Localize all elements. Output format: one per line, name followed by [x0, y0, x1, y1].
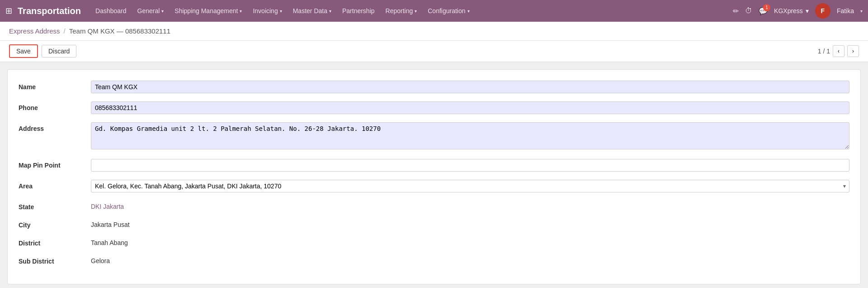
form-card: Name Phone Address Map Pin Point	[7, 69, 861, 284]
chevron-down-icon: ▾	[161, 9, 164, 14]
chevron-down-icon: ▾	[329, 9, 331, 14]
subdistrict-value: Gelora	[91, 255, 849, 264]
nav-partnership[interactable]: Partnership	[337, 0, 380, 22]
kgxpress-button[interactable]: KGXpress ▾	[774, 7, 809, 14]
nav-general[interactable]: General ▾	[132, 0, 170, 22]
navbar: ⊞ Transportation Dashboard General ▾ Shi…	[0, 0, 868, 22]
user-name[interactable]: Fatika	[837, 7, 854, 14]
phone-label: Phone	[19, 101, 91, 111]
city-row: City Jakarta Pusat	[19, 219, 849, 229]
map-pin-field-wrapper	[91, 159, 849, 172]
district-value-wrapper: Tanah Abang	[91, 237, 849, 246]
clock-icon[interactable]: ⏱	[745, 7, 752, 15]
area-field-wrapper: Kel. Gelora, Kec. Tanah Abang, Jakarta P…	[91, 180, 849, 192]
phone-field-wrapper	[91, 101, 849, 114]
discard-button[interactable]: Discard	[42, 45, 76, 58]
chevron-down-icon: ▾	[467, 9, 470, 14]
chat-icon[interactable]: 💬 1	[759, 7, 768, 15]
nav-dashboard[interactable]: Dashboard	[90, 0, 132, 22]
nav-menu: Dashboard General ▾ Shipping Management …	[90, 0, 733, 22]
phone-input[interactable]	[91, 101, 849, 114]
breadcrumb-parent[interactable]: Express Address	[9, 27, 60, 35]
nav-reporting[interactable]: Reporting ▾	[380, 0, 423, 22]
name-label: Name	[19, 81, 91, 91]
nav-master-data[interactable]: Master Data ▾	[288, 0, 337, 22]
breadcrumb-separator: /	[64, 27, 66, 35]
main-content: Name Phone Address Map Pin Point	[0, 62, 868, 288]
state-value-wrapper: DKI Jakarta	[91, 201, 849, 210]
prev-page-button[interactable]: ‹	[833, 45, 844, 57]
city-label: City	[19, 219, 91, 229]
breadcrumb-current: Team QM KGX — 085683302111	[69, 27, 170, 35]
district-value: Tanah Abang	[91, 237, 849, 246]
pagination-count: 1 / 1	[818, 48, 830, 55]
address-field-wrapper	[91, 122, 849, 151]
grid-icon[interactable]: ⊞	[5, 6, 12, 16]
area-select[interactable]: Kel. Gelora, Kec. Tanah Abang, Jakarta P…	[91, 180, 849, 192]
next-page-button[interactable]: ›	[847, 45, 859, 57]
city-value-wrapper: Jakarta Pusat	[91, 219, 849, 228]
state-row: State DKI Jakarta	[19, 201, 849, 211]
area-label: Area	[19, 180, 91, 190]
chevron-down-icon: ▾	[415, 9, 417, 14]
subdistrict-label: Sub District	[19, 255, 91, 265]
address-row: Address	[19, 122, 849, 151]
notification-badge: 1	[763, 4, 770, 11]
nav-shipping-management[interactable]: Shipping Management ▾	[169, 0, 247, 22]
app-title: Transportation	[18, 6, 81, 16]
edit-icon[interactable]: ✏	[733, 7, 739, 15]
address-input[interactable]	[91, 122, 849, 149]
map-pin-label: Map Pin Point	[19, 159, 91, 169]
map-pin-row: Map Pin Point	[19, 159, 849, 172]
breadcrumb: Express Address / Team QM KGX — 08568330…	[0, 22, 868, 41]
subdistrict-row: Sub District Gelora	[19, 255, 849, 265]
area-select-wrapper: Kel. Gelora, Kec. Tanah Abang, Jakarta P…	[91, 180, 849, 192]
chevron-down-icon: ▾	[806, 7, 809, 14]
district-row: District Tanah Abang	[19, 237, 849, 247]
area-row: Area Kel. Gelora, Kec. Tanah Abang, Jaka…	[19, 180, 849, 192]
district-label: District	[19, 237, 91, 247]
name-row: Name	[19, 81, 849, 93]
nav-invoicing[interactable]: Invoicing ▾	[247, 0, 287, 22]
user-avatar[interactable]: F	[815, 3, 830, 19]
nav-configuration[interactable]: Configuration ▾	[422, 0, 475, 22]
subdistrict-value-wrapper: Gelora	[91, 255, 849, 264]
phone-row: Phone	[19, 101, 849, 114]
state-label: State	[19, 201, 91, 211]
toolbar: Save Discard 1 / 1 ‹ ›	[0, 41, 868, 62]
user-chevron-icon[interactable]: ▾	[860, 9, 863, 14]
state-value: DKI Jakarta	[91, 201, 849, 210]
nav-right: ✏ ⏱ 💬 1 KGXpress ▾ F Fatika ▾	[733, 3, 863, 19]
name-field-wrapper	[91, 81, 849, 93]
pagination: 1 / 1 ‹ ›	[818, 45, 859, 57]
save-button[interactable]: Save	[9, 44, 38, 58]
map-pin-input[interactable]	[91, 159, 849, 172]
name-input[interactable]	[91, 81, 849, 93]
city-value: Jakarta Pusat	[91, 219, 849, 228]
chevron-down-icon: ▾	[240, 9, 242, 14]
address-label: Address	[19, 122, 91, 132]
chevron-down-icon: ▾	[280, 9, 282, 14]
